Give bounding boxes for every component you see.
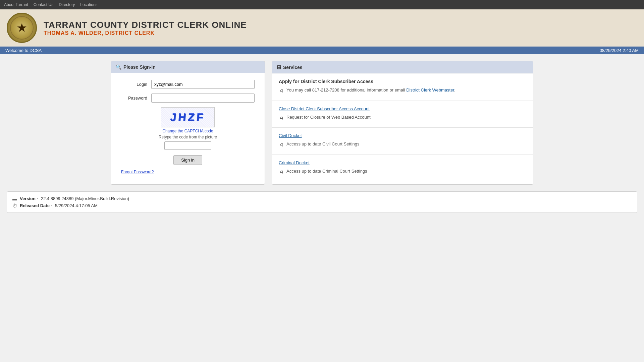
released-label: Released Date -: [20, 203, 52, 208]
nav-about-tarrant[interactable]: About Tarrant: [1, 1, 31, 8]
main-content: Please Sign-in Login Password JHZF Chang…: [104, 54, 540, 191]
civil-docket-text: Access up to date Civil Court Settings: [286, 141, 360, 147]
county-seal: ★: [7, 13, 37, 43]
version-value: 22.4.8899.24889 (Major.Minor.Build.Revis…: [41, 196, 129, 201]
password-label: Password: [121, 96, 151, 101]
search-icon: [116, 64, 121, 70]
close-account-text: Request for Closure of Web Based Account: [286, 114, 371, 121]
webmaster-link[interactable]: District Clerk Webmaster: [406, 87, 454, 93]
civil-docket-link[interactable]: Civil Docket: [279, 133, 526, 138]
login-panel-body: Login Password JHZF Change the CAPTCHA c…: [111, 73, 265, 184]
datetime-text: 08/29/2024 2:40 AM: [600, 48, 639, 53]
header-title-block: TARRANT COUNTY DISTRICT CLERK ONLINE THO…: [44, 20, 247, 36]
login-panel: Please Sign-in Login Password JHZF Chang…: [111, 61, 265, 185]
barcode-icon: [12, 196, 17, 201]
released-row: Released Date - 5/29/2024 4:17:05 AM: [12, 203, 632, 208]
captcha-input[interactable]: [164, 141, 211, 150]
login-label: Login: [121, 82, 151, 87]
login-form-row: Login: [121, 80, 255, 89]
forgot-password-link[interactable]: Forgot Password?: [121, 170, 255, 174]
close-account-info: Request for Closure of Web Based Account: [279, 114, 526, 122]
status-bar: Welcome to DCSA 08/29/2024 2:40 AM: [0, 47, 644, 54]
login-panel-title: Please Sign-in: [123, 64, 156, 70]
close-account-section: Close District Clerk Subscriber Access A…: [272, 101, 533, 128]
seal-star: ★: [16, 22, 27, 34]
subscriber-access-title: Apply for District Clerk Subscriber Acce…: [279, 79, 526, 84]
criminal-docket-link[interactable]: Criminal Docket: [279, 160, 526, 165]
nav-contact-us[interactable]: Contact Us: [31, 1, 56, 8]
captcha-hint: Retype the code from the picture: [159, 135, 217, 139]
password-form-row: Password: [121, 94, 255, 103]
subscriber-access-info: You may call 817-212-7208 for additional…: [279, 87, 526, 95]
printer-icon-4: [279, 169, 284, 176]
criminal-docket-section: Criminal Docket Access up to date Crimin…: [272, 155, 533, 182]
close-account-link[interactable]: Close District Clerk Subscriber Access A…: [279, 106, 526, 111]
civil-docket-section: Civil Docket Access up to date Civil Cou…: [272, 128, 533, 155]
welcome-text: Welcome to DCSA: [5, 48, 42, 53]
clock-icon: [12, 203, 17, 208]
printer-icon-1: [279, 87, 284, 95]
printer-icon-2: [279, 115, 284, 122]
grid-icon: [277, 64, 281, 70]
services-panel-title: Services: [283, 65, 303, 70]
subscriber-info-text: You may call 817-212-7208 for additional…: [286, 87, 455, 94]
criminal-docket-text: Access up to date Criminal Court Setting…: [286, 168, 367, 175]
login-input[interactable]: [151, 80, 255, 89]
nav-directory[interactable]: Directory: [56, 1, 77, 8]
login-panel-header: Please Sign-in: [111, 61, 265, 73]
password-input[interactable]: [151, 94, 255, 103]
printer-icon-3: [279, 141, 284, 149]
site-subtitle: THOMAS A. WILDER, DISTRICT CLERK: [44, 30, 247, 36]
subscriber-access-section: Apply for District Clerk Subscriber Acce…: [272, 73, 533, 101]
criminal-docket-info: Access up to date Criminal Court Setting…: [279, 168, 526, 176]
released-value: 5/29/2024 4:17:05 AM: [55, 203, 98, 208]
version-row: Version - 22.4.8899.24889 (Major.Minor.B…: [12, 196, 632, 201]
captcha-section: JHZF Change the CAPTCHA code Retype the …: [121, 107, 255, 150]
services-panel: Services Apply for District Clerk Subscr…: [272, 61, 533, 185]
header: ★ TARRANT COUNTY DISTRICT CLERK ONLINE T…: [0, 9, 644, 47]
sign-in-button[interactable]: Sign in: [173, 155, 202, 165]
services-panel-header: Services: [272, 61, 533, 73]
civil-docket-info: Access up to date Civil Court Settings: [279, 141, 526, 149]
change-captcha-link[interactable]: Change the CAPTCHA code: [162, 129, 213, 133]
nav-locations[interactable]: Locations: [77, 1, 100, 8]
captcha-image: JHZF: [161, 107, 215, 127]
captcha-text-display: JHZF: [170, 111, 206, 124]
version-label: Version -: [20, 196, 38, 201]
footer: Version - 22.4.8899.24889 (Major.Minor.B…: [7, 191, 637, 213]
top-nav: About Tarrant Contact Us Directory Locat…: [0, 0, 644, 9]
site-title: TARRANT COUNTY DISTRICT CLERK ONLINE: [44, 20, 247, 30]
